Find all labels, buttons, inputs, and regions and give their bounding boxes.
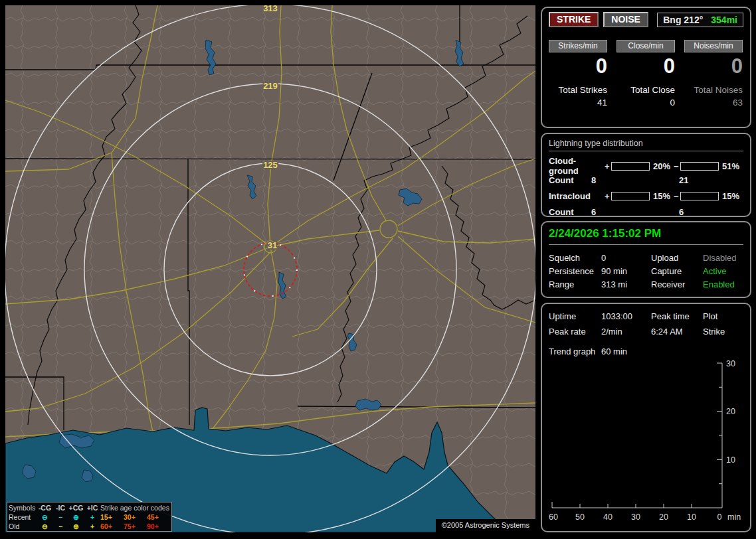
status-panel: 2/24/2026 1:15:02 PM Squelch 0 Upload Di… bbox=[541, 221, 751, 298]
noise-toggle-button[interactable]: NOISE bbox=[603, 12, 648, 27]
range-label: Range bbox=[549, 279, 601, 289]
peak-rate-label: Peak rate bbox=[549, 327, 601, 337]
ic-negative-bar bbox=[680, 192, 719, 200]
plot-label: Plot bbox=[703, 311, 743, 321]
plus-sign: + bbox=[605, 161, 611, 171]
cg-positive-count: 8 bbox=[591, 175, 679, 185]
copyright-text: ©2005 Astrogenic Systems bbox=[436, 519, 535, 532]
age-code-60: 60+ bbox=[100, 522, 124, 530]
strikes-per-min-value: 0 bbox=[549, 56, 607, 76]
neg-cg-recent-icon: ⊖ bbox=[37, 513, 53, 521]
x-tick-50: 50 bbox=[575, 512, 585, 522]
x-tick-60: 60 bbox=[549, 512, 558, 522]
range-value: 313 mi bbox=[601, 279, 651, 289]
app-window: 313 219 125 31 Symbols -CG -IC +CG +IC S… bbox=[0, 0, 756, 539]
pos-cg-recent-icon: ⊕ bbox=[68, 513, 84, 521]
peak-rate-value: 2/min bbox=[601, 327, 651, 337]
total-close-value: 0 bbox=[616, 98, 675, 108]
persistence-label: Persistence bbox=[549, 266, 601, 276]
neg-ic-recent-icon: − bbox=[53, 513, 68, 521]
cloud-ground-count-row: Count 8 21 bbox=[549, 172, 743, 188]
distribution-panel: Lightning type distribution Cloud-ground… bbox=[541, 133, 751, 217]
map-display: 313 219 125 31 bbox=[5, 5, 535, 532]
squelch-label: Squelch bbox=[549, 253, 601, 263]
close-per-min-label: Close/min bbox=[616, 40, 675, 52]
minus-sign: − bbox=[674, 161, 680, 171]
trend-graph: 30 20 10 60 50 40 30 20 10 0 min bbox=[548, 360, 746, 528]
status-row: Squelch 0 Upload Disabled bbox=[549, 251, 743, 264]
bearing-range-value: 354mi bbox=[711, 15, 737, 25]
legend-header-pos-cg: +CG bbox=[68, 504, 84, 512]
y-tick-10: 10 bbox=[726, 455, 735, 465]
cg-negative-bar bbox=[680, 162, 719, 171]
legend-symbols-header: Symbols bbox=[9, 504, 37, 512]
x-axis-unit: min bbox=[727, 512, 741, 522]
y-tick-30: 30 bbox=[726, 360, 735, 368]
noises-per-min-label: Noises/min bbox=[684, 40, 743, 52]
x-tick-0: 0 bbox=[717, 512, 722, 522]
age-code-90: 90+ bbox=[147, 522, 170, 530]
x-tick-30: 30 bbox=[631, 512, 640, 522]
noises-per-min-value: 0 bbox=[684, 56, 743, 76]
pos-ic-recent-icon: + bbox=[84, 513, 100, 521]
x-tick-40: 40 bbox=[603, 512, 613, 522]
count-label: Count bbox=[549, 175, 591, 185]
map-panel: 313 219 125 31 Symbols -CG -IC +CG +IC S… bbox=[5, 5, 535, 532]
peak-time-label: Peak time bbox=[651, 311, 703, 321]
cg-negative-pct: 51% bbox=[719, 161, 743, 171]
age-code-15: 15+ bbox=[100, 513, 124, 521]
total-noises-value: 63 bbox=[684, 98, 743, 108]
plus-sign: + bbox=[605, 191, 611, 201]
intracloud-count-row: Count 6 6 bbox=[549, 204, 743, 220]
squelch-value: 0 bbox=[601, 253, 651, 263]
receiver-label: Receiver bbox=[651, 279, 703, 289]
persistence-value: 90 min bbox=[601, 266, 651, 276]
intracloud-row: Intracloud + 15% − 15% bbox=[549, 188, 743, 204]
legend-row-recent-label: Recent bbox=[9, 513, 37, 521]
total-strikes-label: Total Strikes bbox=[549, 85, 607, 95]
legend-age-header: Strike age color codes bbox=[100, 504, 170, 512]
plot-mode-value: Strike bbox=[703, 327, 743, 337]
peak-time-value: 6:24 AM bbox=[651, 327, 703, 337]
total-close-label: Total Close bbox=[616, 85, 675, 95]
bearing-value: Bng 212° bbox=[663, 15, 703, 25]
intracloud-label: Intracloud bbox=[549, 191, 605, 201]
legend-header-pos-ic: +IC bbox=[84, 504, 100, 512]
activity-row: Uptime 1033:00 Peak time Plot bbox=[549, 309, 743, 324]
ic-positive-pct: 15% bbox=[650, 191, 674, 201]
total-strikes-value: 41 bbox=[549, 98, 607, 108]
ring-label-313: 313 bbox=[263, 5, 278, 13]
strike-legend: Symbols -CG -IC +CG +IC Strike age color… bbox=[7, 502, 172, 532]
trend-window-value: 60 min bbox=[601, 346, 651, 356]
datetime-display: 2/24/2026 1:15:02 PM bbox=[549, 226, 743, 245]
cloud-ground-row: Cloud-ground + 20% − 51% bbox=[549, 156, 743, 172]
age-code-75: 75+ bbox=[124, 522, 147, 530]
age-code-30: 30+ bbox=[124, 513, 147, 521]
cg-positive-bar bbox=[611, 162, 650, 171]
ring-label-219: 219 bbox=[263, 81, 278, 91]
receiver-status: Enabled bbox=[703, 279, 743, 289]
close-per-min-value: 0 bbox=[616, 56, 675, 76]
status-row: Range 313 mi Receiver Enabled bbox=[549, 277, 743, 291]
neg-cg-old-icon: ⊖ bbox=[37, 522, 53, 530]
strikes-per-min-label: Strikes/min bbox=[549, 40, 607, 52]
strike-toggle-button[interactable]: STRIKE bbox=[549, 12, 599, 27]
cg-positive-pct: 20% bbox=[650, 161, 674, 171]
legend-row-old-label: Old bbox=[9, 522, 37, 530]
x-tick-10: 10 bbox=[687, 512, 696, 522]
minus-sign: − bbox=[674, 191, 680, 201]
legend-header-neg-ic: -IC bbox=[53, 504, 68, 512]
neg-ic-old-icon: − bbox=[53, 522, 68, 530]
ic-negative-pct: 15% bbox=[719, 191, 743, 201]
legend-header-neg-cg: -CG bbox=[37, 504, 53, 512]
bearing-display: Bng 212°354mi bbox=[657, 13, 743, 27]
age-code-45: 45+ bbox=[147, 513, 170, 521]
y-tick-20: 20 bbox=[726, 407, 735, 416]
activity-panel: Uptime 1033:00 Peak time Plot Peak rate … bbox=[541, 303, 751, 532]
ring-label-31: 31 bbox=[268, 240, 277, 250]
trend-graph-row: Trend graph 60 min bbox=[549, 344, 743, 359]
ring-label-125: 125 bbox=[263, 160, 278, 170]
upload-label: Upload bbox=[651, 253, 703, 263]
activity-row: Peak rate 2/min 6:24 AM Strike bbox=[549, 324, 743, 339]
uptime-label: Uptime bbox=[549, 311, 601, 321]
